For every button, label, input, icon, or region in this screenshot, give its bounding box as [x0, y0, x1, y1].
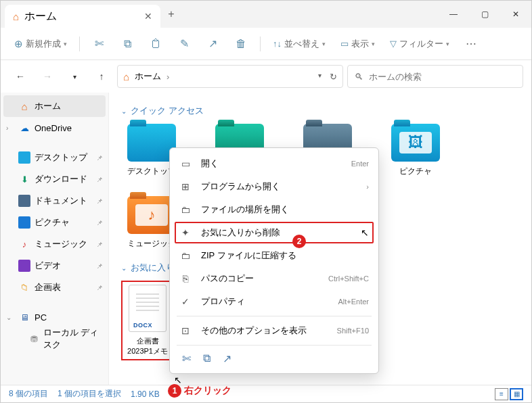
up-button[interactable]: ↑	[90, 65, 113, 88]
ctx-properties[interactable]: ✓プロパティAlt+Enter	[170, 290, 378, 313]
ctx-label: プロパティ	[201, 295, 328, 308]
separator	[79, 37, 80, 51]
share-icon[interactable]: ↗	[223, 352, 231, 365]
pin-icon: 📌︎	[96, 176, 103, 183]
ctx-open-with[interactable]: ⊞プログラムから開く›	[170, 175, 378, 198]
chevron-down-icon[interactable]: ▾	[63, 65, 86, 88]
chevron-right-icon: ›	[366, 183, 369, 191]
refresh-button[interactable]: ↻	[330, 72, 337, 82]
file-docx-selected[interactable]: DOCX 企画書2023P1メモ	[121, 281, 174, 360]
ctx-more-options[interactable]: ⊡その他のオプションを表示Shift+F10	[170, 319, 378, 342]
copy-icon[interactable]: ⧉	[203, 352, 210, 365]
address-bar[interactable]: ⌂ ホーム › ▾ ↻	[117, 65, 343, 88]
more-icon: ⊡	[179, 325, 192, 336]
sidebar-item-videos[interactable]: ビデオ📌︎	[1, 255, 108, 277]
view-details-button[interactable]: ≡	[495, 388, 508, 400]
cut-button[interactable]: ✄	[87, 33, 111, 55]
chevron-down-icon: ▾	[446, 41, 449, 47]
section-quick-access[interactable]: ⌄ クイック アクセス	[121, 105, 519, 117]
back-button[interactable]: ←	[9, 65, 32, 88]
pin-icon: 📌︎	[96, 241, 103, 248]
sidebar-item-downloads[interactable]: ⬇ダウンロード📌︎	[1, 168, 108, 190]
filter-button[interactable]: ▽ フィルター ▾	[384, 33, 455, 55]
new-button[interactable]: ⊕ 新規作成 ▾	[9, 33, 72, 55]
sidebar-item-documents[interactable]: ドキュメント📌︎	[1, 190, 108, 212]
sidebar-item-home[interactable]: ⌂ ホーム	[3, 95, 106, 117]
chevron-down-icon[interactable]: ▾	[318, 72, 322, 82]
search-icon: 🔍︎	[355, 72, 363, 82]
pin-icon: 📌︎	[96, 284, 103, 291]
cloud-icon: ☁	[18, 122, 30, 134]
view-button[interactable]: ▭ 表示 ▾	[335, 33, 380, 55]
annotation-1: 1右クリック	[168, 384, 231, 398]
desktop-icon	[18, 151, 30, 164]
clipboard-icon: 📋︎	[150, 38, 161, 50]
search-input[interactable]: 🔍︎	[347, 65, 523, 88]
plus-circle-icon: ⊕	[14, 38, 23, 50]
video-icon	[18, 260, 30, 272]
sort-label: 並べ替え	[284, 38, 319, 50]
view-icons-button[interactable]: ▦	[510, 388, 523, 400]
pin-icon: 📌︎	[96, 154, 103, 162]
sidebar-item-label: ミュージック	[35, 238, 87, 250]
close-button[interactable]: ✕	[500, 1, 531, 28]
paste-button[interactable]: 📋︎	[143, 33, 168, 55]
picture-icon: 🖼︎	[399, 132, 432, 153]
ctx-open-location[interactable]: 🗀ファイルの場所を開く	[170, 198, 378, 221]
sidebar-item-label: OneDrive	[35, 123, 72, 133]
copy-icon: ⧉	[124, 38, 131, 50]
sidebar-item-localdisk[interactable]: ⛃ローカル ディスク	[1, 328, 108, 350]
maximize-button[interactable]: ▢	[469, 1, 500, 28]
breadcrumb[interactable]: ホーム	[135, 70, 161, 82]
chevron-right-icon[interactable]: ›	[6, 124, 14, 132]
sidebar-item-onedrive[interactable]: › ☁ OneDrive	[1, 117, 108, 139]
window-controls: ― ▢ ✕	[438, 1, 531, 28]
cut-icon[interactable]: ✄	[182, 352, 191, 365]
sidebar-item-music[interactable]: ♪ミュージック📌︎	[1, 233, 108, 255]
ctx-open[interactable]: ▭開くEnter	[170, 152, 378, 175]
chevron-down-icon: ⌄	[121, 264, 127, 272]
folder-pictures[interactable]: 🖼︎ピクチャ	[385, 124, 446, 177]
pin-icon: 📌︎	[96, 219, 103, 227]
sidebar: ⌂ ホーム › ☁ OneDrive デスクトップ📌︎ ⬇ダウンロード📌︎ ドキ…	[1, 93, 109, 385]
new-tab-button[interactable]: +	[160, 8, 182, 20]
ctx-remove-favorite[interactable]: ✦お気に入りから削除↖	[174, 221, 374, 244]
ctx-action-bar: ✄ ⧉ ↗	[170, 348, 378, 369]
forward-button[interactable]: →	[36, 65, 59, 88]
sidebar-item-folder[interactable]: 📁︎企画表📌︎	[1, 277, 108, 298]
cursor-icon: ↖	[174, 375, 182, 385]
tab-home[interactable]: ⌂ ホーム ✕	[5, 5, 160, 28]
sidebar-item-pc[interactable]: ⌄🖥︎PC	[1, 306, 108, 328]
music-icon: ♪	[18, 238, 30, 250]
pc-icon: 🖥︎	[18, 311, 30, 323]
annotation-num: 1	[168, 384, 181, 398]
zip-icon: 🗀	[179, 250, 192, 261]
ctx-label: パスのコピー	[201, 272, 319, 285]
docx-icon: DOCX	[129, 285, 167, 332]
status-selection: 1 個の項目を選択	[58, 388, 121, 400]
sidebar-item-label: ローカル ディスク	[43, 327, 103, 351]
search-field[interactable]	[369, 72, 516, 82]
sidebar-item-pictures[interactable]: ピクチャ📌︎	[1, 212, 108, 233]
ctx-hint: Enter	[351, 160, 369, 168]
annotation-2: 2	[292, 235, 306, 248]
delete-button[interactable]: 🗑︎	[229, 33, 253, 55]
pin-icon: 📌︎	[96, 197, 103, 205]
sidebar-item-label: デスクトップ	[35, 151, 87, 164]
more-button[interactable]: ⋯	[459, 33, 483, 55]
home-icon: ⌂	[13, 11, 19, 22]
copy-button[interactable]: ⧉	[115, 33, 139, 55]
trash-icon: 🗑︎	[236, 38, 246, 50]
share-button[interactable]: ↗	[200, 33, 225, 55]
tab-close-icon[interactable]: ✕	[144, 11, 152, 22]
sort-button[interactable]: ↑↓ 並べ替え ▾	[267, 33, 331, 55]
ctx-zip[interactable]: 🗀ZIP ファイルに圧縮する	[170, 244, 378, 267]
chevron-down-icon: ⌄	[121, 108, 127, 115]
sort-icon: ↑↓	[273, 39, 282, 49]
sidebar-item-desktop[interactable]: デスクトップ📌︎	[1, 147, 108, 168]
rename-button[interactable]: ✎	[172, 33, 196, 55]
ctx-copy-path[interactable]: ⎘パスのコピーCtrl+Shift+C	[170, 267, 378, 290]
chevron-down-icon[interactable]: ⌄	[6, 314, 14, 321]
minimize-button[interactable]: ―	[438, 1, 469, 28]
tab-title: ホーム	[24, 9, 57, 24]
